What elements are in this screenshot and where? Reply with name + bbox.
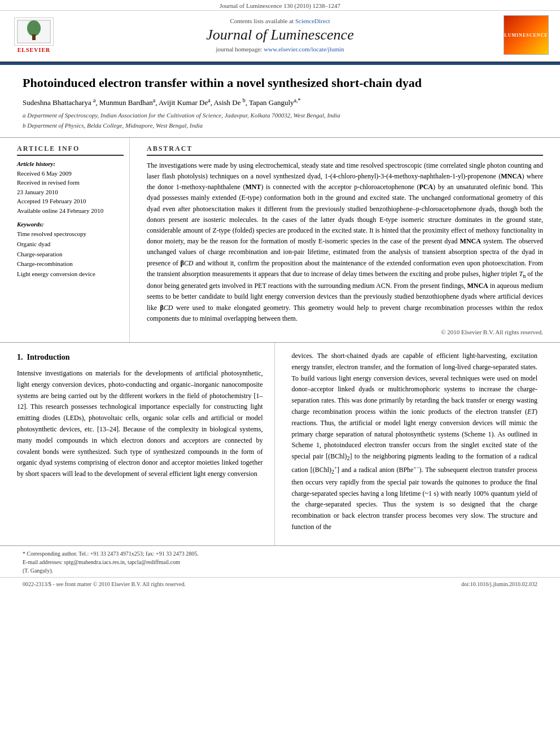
article-info-abstract-section: ARTICLE INFO Article history: Received 6… [0, 138, 560, 343]
article-history-block: Article history: Received 6 May 2009 Rec… [17, 160, 124, 216]
body-para-2: devices. The short-chained dyads are cap… [292, 351, 538, 533]
footnote-area: * Corresponding author. Tel.: +91 33 247… [0, 545, 560, 577]
journal-top-bar: Journal of Luminescence 130 (2010) 1238–… [0, 0, 560, 11]
revised-date: 23 January 2010 [17, 187, 124, 197]
section1-heading: 1. Introduction [17, 351, 263, 364]
journal-title: Journal of Luminescence [56, 27, 504, 43]
keyword-3: Charge-separation [17, 250, 124, 260]
luminescence-logo-text: LUMINESCENCE [504, 33, 548, 38]
footer-doi: doi:10.1016/j.jlumin.2010.02.032 [461, 581, 537, 587]
received-date: Received 6 May 2009 [17, 169, 124, 178]
history-label: Article history: [17, 160, 124, 167]
sciencedirect-link[interactable]: ScienceDirect [295, 18, 330, 24]
keyword-1: Time resolved spectroscopy [17, 229, 124, 239]
received-revised-label: Received in revised form [17, 178, 124, 187]
svg-rect-2 [32, 34, 36, 40]
homepage-line: journal homepage: www.elsevier.com/locat… [56, 46, 504, 53]
section1-number: 1. [17, 353, 23, 361]
elsevier-logo-img [14, 18, 54, 46]
keywords-block: Keywords: Time resolved spectroscopy Org… [17, 221, 124, 279]
article-info-label: ARTICLE INFO [17, 145, 124, 156]
article-title: Photoinduced electron transfer within a … [23, 75, 537, 91]
footnote-email: E-mail addresses: sptg@mahendra.iacs.res… [23, 558, 537, 566]
elsevier-label: ELSEVIER [18, 47, 51, 53]
journal-logo-row: ELSEVIER Contents lists available at Sci… [0, 11, 560, 59]
elsevier-logo: ELSEVIER [11, 18, 56, 53]
footnote-corresponding: * Corresponding author. Tel.: +91 33 247… [23, 549, 537, 558]
affiliation-a: a Department of Spectroscopy, Indian Ass… [23, 111, 537, 120]
email-label: E-mail addresses: [23, 559, 63, 565]
keywords-label: Keywords: [17, 221, 124, 228]
keyword-4: Charge-recombination [17, 259, 124, 269]
affiliations: a Department of Spectroscopy, Indian Ass… [23, 111, 537, 130]
article-footer: 0022-2313/$ - see front matter © 2010 El… [0, 577, 560, 591]
body-right-column: devices. The short-chained dyads are cap… [286, 343, 544, 545]
authors: Sudeshna Bhattacharya a, Munmun Bardhana… [23, 97, 537, 107]
keyword-5: Light energy conversion device [17, 269, 124, 279]
article-body: 1. Introduction Intensive investigations… [0, 343, 560, 545]
journal-citation: Journal of Luminescence 130 (2010) 1238–… [220, 2, 340, 9]
footer-issn: 0022-2313/$ - see front matter © 2010 El… [23, 581, 186, 587]
journal-homepage-link[interactable]: www.elsevier.com/locate/jlumin [264, 46, 344, 53]
footnote-name: (T. Ganguly). [23, 566, 537, 575]
email-addresses: sptg@mahendra.iacs.res.in, tapcla@rediff… [64, 559, 180, 565]
accepted-date: Accepted 19 February 2010 [17, 196, 124, 206]
keyword-2: Organic dyad [17, 239, 124, 250]
journal-header: Journal of Luminescence 130 (2010) 1238–… [0, 0, 560, 63]
copyright-line: © 2010 Elsevier B.V. All rights reserved… [147, 329, 543, 335]
keywords-list: Time resolved spectroscopy Organic dyad … [17, 229, 124, 279]
contents-line: Contents lists available at ScienceDirec… [56, 18, 504, 24]
body-para-1: Intensive investigations on materials fo… [17, 368, 263, 480]
available-date: Available online 24 February 2010 [17, 206, 124, 216]
abstract-label: ABSTRACT [147, 145, 543, 156]
luminescence-logo: LUMINESCENCE [504, 15, 549, 55]
affiliation-b: b Department of Physics, Belda College, … [23, 121, 537, 130]
abstract-text: The investigations were made by using el… [147, 160, 543, 324]
abstract-column: ABSTRACT The investigations were made by… [141, 138, 543, 342]
svg-point-1 [27, 20, 41, 36]
section1-title: Introduction [27, 353, 70, 361]
article-info-column: ARTICLE INFO Article history: Received 6… [17, 138, 130, 342]
article-title-section: Photoinduced electron transfer within a … [0, 65, 560, 138]
journal-title-center: Contents lists available at ScienceDirec… [56, 18, 504, 53]
body-left-column: 1. Introduction Intensive investigations… [17, 343, 275, 545]
